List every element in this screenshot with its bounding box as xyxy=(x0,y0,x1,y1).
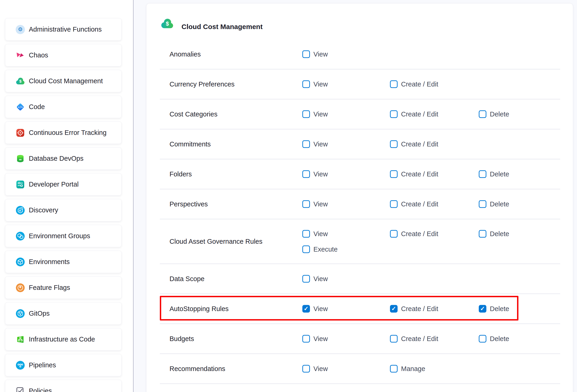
checkbox-unchecked[interactable] xyxy=(390,170,397,178)
sidebar-item-label: Chaos xyxy=(29,51,48,59)
permission-row-budgets: Budgets ViewCreate / EditDelete xyxy=(160,324,560,354)
sidebar-item-label: Code xyxy=(29,103,45,111)
permission-view-budgets[interactable]: View xyxy=(302,335,328,343)
permission-delete-folders[interactable]: Delete xyxy=(479,170,509,178)
checkbox-unchecked[interactable] xyxy=(390,365,397,373)
permission-create-edit-folders[interactable]: Create / Edit xyxy=(390,170,438,178)
permission-view-folders[interactable]: View xyxy=(302,170,328,178)
sidebar-item-administrative-functions[interactable]: ⚙ Administrative Functions xyxy=(5,18,122,40)
checkbox-unchecked[interactable] xyxy=(302,141,310,148)
checkbox-unchecked[interactable] xyxy=(390,110,397,118)
permission-view-perspectives[interactable]: View xyxy=(302,200,328,208)
checkbox-unchecked[interactable] xyxy=(479,200,486,208)
permission-row-cost-categories: Cost Categories ViewCreate / EditDelete xyxy=(160,99,560,129)
checkbox-unchecked[interactable] xyxy=(479,230,486,238)
permission-create-edit-commitments[interactable]: Create / Edit xyxy=(390,141,438,148)
permission-view-cost-categories[interactable]: View xyxy=(302,110,328,118)
checkbox-checked[interactable] xyxy=(390,305,397,313)
module-sidebar: ⚙ Administrative Functions Chaos xyxy=(0,0,133,392)
permission-manage-recommendations[interactable]: Manage xyxy=(390,365,425,373)
permission-delete-budgets[interactable]: Delete xyxy=(479,335,509,343)
checkbox-unchecked[interactable] xyxy=(390,230,397,238)
resource-label: Cost Categories xyxy=(170,110,217,118)
target-crosshair-icon xyxy=(15,128,25,138)
permission-create-edit-perspectives[interactable]: Create / Edit xyxy=(390,200,438,208)
sidebar-item-environment-groups[interactable]: Environment Groups xyxy=(5,225,122,247)
permission-create-edit-budgets[interactable]: Create / Edit xyxy=(390,335,438,343)
permission-label: View xyxy=(313,365,328,373)
sidebar-item-environments[interactable]: Environments xyxy=(5,251,122,273)
permission-view-autostopping-rules[interactable]: View xyxy=(302,305,328,313)
permission-row-data-scope: Data Scope View xyxy=(160,264,560,294)
checkbox-unchecked[interactable] xyxy=(479,110,486,118)
hexagon-magnifier-icon xyxy=(15,206,25,215)
permission-view-data-scope[interactable]: View xyxy=(302,275,328,283)
module-list: ⚙ Administrative Functions Chaos xyxy=(5,18,122,392)
checkbox-unchecked[interactable] xyxy=(302,275,310,283)
checkbox-unchecked[interactable] xyxy=(302,50,310,58)
sidebar-item-cloud-cost-management[interactable]: $ Cloud Cost Management xyxy=(5,70,122,92)
permission-row-commitments: Commitments ViewCreate / Edit xyxy=(160,129,560,159)
sidebar-item-continuous-error-tracking[interactable]: Continuous Error Tracking xyxy=(5,121,122,144)
permission-create-edit-currency-preferences[interactable]: Create / Edit xyxy=(390,80,438,88)
checkbox-unchecked[interactable] xyxy=(390,141,397,148)
checkbox-unchecked[interactable] xyxy=(302,170,310,178)
sidebar-item-feature-flags[interactable]: Feature Flags xyxy=(5,277,122,299)
resource-label: Budgets xyxy=(170,335,194,343)
checkbox-unchecked[interactable] xyxy=(390,200,397,208)
checkbox-checked[interactable] xyxy=(302,305,310,313)
permissions-card: $ Cloud Cost Management Anomalies View C… xyxy=(146,3,573,392)
permission-label: View xyxy=(313,141,328,148)
permission-execute-cloud-asset-governance-rules[interactable]: Execute xyxy=(302,246,338,253)
permission-row-folders: Folders ViewCreate / EditDelete xyxy=(160,159,560,189)
permission-view-recommendations[interactable]: View xyxy=(302,365,328,373)
sidebar-item-developer-portal[interactable]: Developer Portal xyxy=(5,173,122,196)
checkbox-unchecked[interactable] xyxy=(390,335,397,343)
checkbox-unchecked[interactable] xyxy=(302,335,310,343)
permission-label: Create / Edit xyxy=(401,335,438,343)
permission-label: View xyxy=(313,110,328,118)
checkbox-unchecked[interactable] xyxy=(479,335,486,343)
permission-create-edit-autostopping-rules[interactable]: Create / Edit xyxy=(390,305,438,313)
sidebar-item-chaos[interactable]: Chaos xyxy=(5,44,122,67)
checkbox-unchecked[interactable] xyxy=(302,110,310,118)
resource-label: Data Scope xyxy=(170,275,205,283)
permission-label: View xyxy=(313,275,328,283)
checkbox-unchecked[interactable] xyxy=(302,230,310,238)
permission-view-commitments[interactable]: View xyxy=(302,141,328,148)
permission-create-edit-cost-categories[interactable]: Create / Edit xyxy=(390,110,438,118)
sidebar-item-label: Environments xyxy=(29,258,70,266)
permission-create-edit-cloud-asset-governance-rules[interactable]: Create / Edit xyxy=(390,230,438,238)
sidebar-item-database-devops[interactable]: ∞ Database DevOps xyxy=(5,147,122,170)
resource-label: Currency Preferences xyxy=(170,80,235,88)
sidebar-item-policies[interactable]: Policies xyxy=(5,380,122,392)
sidebar-item-infrastructure-as-code[interactable]: Infrastructure as Code xyxy=(5,328,122,351)
permission-view-cloud-asset-governance-rules[interactable]: View xyxy=(302,230,328,238)
pipeline-nodes-icon xyxy=(15,360,25,370)
checkbox-unchecked[interactable] xyxy=(302,80,310,88)
checkbox-unchecked[interactable] xyxy=(302,246,310,253)
checkbox-checked[interactable] xyxy=(479,305,486,313)
permission-delete-perspectives[interactable]: Delete xyxy=(479,200,509,208)
permission-row-anomalies: Anomalies View xyxy=(160,39,560,70)
sidebar-item-gitops[interactable]: GitOps xyxy=(5,302,122,325)
permission-delete-autostopping-rules[interactable]: Delete xyxy=(479,305,509,313)
permission-view-currency-preferences[interactable]: View xyxy=(302,80,328,88)
permission-label: Delete xyxy=(490,305,509,313)
sidebar-item-discovery[interactable]: Discovery xyxy=(5,199,122,221)
git-branch-hexagon-icon xyxy=(15,309,25,319)
sidebar-item-pipelines[interactable]: Pipelines xyxy=(5,354,122,376)
permission-label: Delete xyxy=(490,230,509,238)
checkbox-unchecked[interactable] xyxy=(390,80,397,88)
checkbox-unchecked[interactable] xyxy=(302,200,310,208)
resource-label: Folders xyxy=(170,170,192,178)
checkbox-unchecked[interactable] xyxy=(479,170,486,178)
permission-view-anomalies[interactable]: View xyxy=(302,50,328,58)
sidebar-item-code[interactable]: </> Code xyxy=(5,96,122,118)
permission-delete-cloud-asset-governance-rules[interactable]: Delete xyxy=(479,230,509,238)
permission-delete-cost-categories[interactable]: Delete xyxy=(479,110,509,118)
checkbox-unchecked[interactable] xyxy=(302,365,310,373)
permission-label: Delete xyxy=(490,170,509,178)
double-hexagon-icon xyxy=(15,231,25,241)
permission-label: View xyxy=(313,200,328,208)
